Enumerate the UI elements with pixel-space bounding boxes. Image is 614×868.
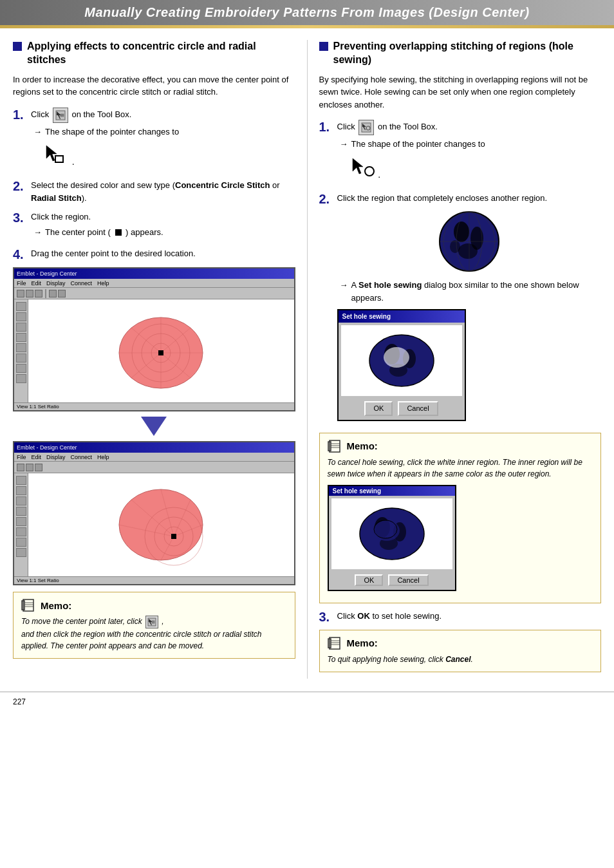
svg-point-46 bbox=[458, 243, 478, 259]
globe-image bbox=[437, 209, 501, 274]
right-step-1-arrow: → The shape of the pointer changes to bbox=[340, 138, 602, 151]
right-step-1-text-after: on the Tool Box. bbox=[378, 122, 438, 132]
left-step-1: 1. Click on the Tool Box. → The shape of… bbox=[13, 108, 295, 173]
sidebar-icon bbox=[16, 507, 26, 516]
memo-book-icon-right-2 bbox=[328, 637, 342, 650]
page-number: 227 bbox=[0, 692, 614, 712]
sidebar-icon bbox=[16, 496, 26, 505]
concentric-text: Concentric Circle Stitch bbox=[175, 180, 270, 190]
svg-point-42 bbox=[365, 167, 374, 176]
toolbar-icon bbox=[49, 290, 57, 297]
screenshot-title-bar-2: Emblet - Design Center bbox=[14, 442, 294, 453]
sidebar-icon bbox=[16, 476, 26, 485]
dialog-buttons-1: OK Cancel bbox=[339, 399, 465, 420]
right-column: Preventing overlapping stitching of regi… bbox=[308, 40, 602, 679]
toolbar-icon bbox=[26, 290, 33, 297]
toolbar-separator bbox=[45, 289, 46, 298]
down-arrow bbox=[13, 417, 295, 436]
screenshot-menu-bar-2: File Edit Display Connect Help bbox=[14, 453, 294, 462]
screenshot-status-1: View 1:1 Set Ratio bbox=[14, 402, 294, 410]
pointer-shape-1: . bbox=[44, 144, 75, 169]
left-step-2-content: Select the desired color and sew type (C… bbox=[31, 179, 295, 204]
screenshot-toolbar-1 bbox=[14, 288, 294, 299]
right-step-1-number: 1. bbox=[319, 120, 333, 133]
screenshot-title-text-1: Emblet - Design Center bbox=[17, 270, 77, 277]
right-memo-box-2: Memo: To quit applying hole sewing, clic… bbox=[319, 630, 602, 672]
right-memo-header-2: Memo: bbox=[328, 637, 593, 650]
svg-point-44 bbox=[454, 222, 469, 242]
sidebar-icon bbox=[16, 312, 26, 321]
toolbar-icon bbox=[35, 464, 42, 471]
left-heading-text: Applying effects to concentric circle an… bbox=[27, 40, 295, 67]
dialog-title-bar-2: Set hole sewing bbox=[329, 486, 455, 496]
sidebar-icon bbox=[16, 486, 26, 495]
screenshot-after: Emblet - Design Center File Edit Display… bbox=[13, 441, 295, 585]
toolbox-icon-memo bbox=[145, 616, 158, 628]
dialog-ok-btn-2[interactable]: OK bbox=[355, 574, 383, 586]
right-step-1-content: Click on the Tool Box. → The shape of th… bbox=[337, 120, 602, 185]
screenshot-status-2: View 1:1 Set Ratio bbox=[14, 576, 294, 584]
left-step-1-number: 1. bbox=[13, 108, 27, 121]
svg-marker-41 bbox=[353, 158, 363, 174]
left-step-3-arrow: → The center point ( ) appears. bbox=[33, 226, 295, 239]
right-memo-title-2: Memo: bbox=[347, 637, 378, 648]
screenshot-title-text-2: Emblet - Design Center bbox=[17, 444, 77, 451]
cancel-text: Cancel bbox=[445, 655, 470, 664]
right-step-3: 3. Click OK to set hole sewing. bbox=[319, 610, 602, 623]
toolbox-icon-right-1 bbox=[358, 120, 374, 135]
screenshot-menu-bar-1: File Edit Display Connect Help bbox=[14, 279, 294, 288]
screenshot-toolbar-2 bbox=[14, 462, 294, 473]
section-square-icon-right bbox=[319, 42, 328, 51]
right-step-2-arrow: → A Set hole sewing dialog box similar t… bbox=[340, 279, 602, 304]
sidebar-icon bbox=[16, 302, 26, 311]
screenshot-body-2 bbox=[14, 473, 294, 576]
memo-book-icon bbox=[21, 599, 35, 612]
right-section-intro: By specifying hole sewing, the stitching… bbox=[319, 73, 602, 111]
section-square-icon bbox=[13, 42, 22, 51]
down-arrow-icon bbox=[141, 417, 167, 436]
dialog-ok-btn-1[interactable]: OK bbox=[364, 401, 393, 416]
center-point-icon bbox=[115, 229, 122, 236]
left-memo-title: Memo: bbox=[41, 600, 71, 611]
pointer-shape-right: . bbox=[350, 157, 381, 182]
dialog-body-2 bbox=[331, 498, 452, 569]
svg-rect-37 bbox=[152, 621, 154, 623]
screenshot-sidebar-1 bbox=[14, 299, 28, 402]
sidebar-icon bbox=[16, 527, 26, 536]
toolbar-icon bbox=[35, 290, 42, 297]
svg-rect-5 bbox=[55, 156, 63, 162]
screenshot-sidebar-2 bbox=[14, 473, 28, 576]
screenshot-canvas-2 bbox=[28, 473, 294, 576]
globe-container bbox=[337, 209, 602, 274]
svg-rect-29 bbox=[171, 534, 176, 539]
dialog-box-2: Set hole sewing bbox=[328, 485, 456, 591]
left-step-2-number: 2. bbox=[13, 179, 27, 193]
left-step-1-arrow-text: The shape of the pointer changes to bbox=[45, 126, 179, 138]
page-header: Manually Creating Embroidery Patterns Fr… bbox=[0, 0, 614, 25]
screenshot-body-1 bbox=[14, 299, 294, 402]
right-step-3-content: Click OK to set hole sewing. bbox=[337, 610, 602, 623]
header-title: Manually Creating Embroidery Patterns Fr… bbox=[84, 5, 530, 19]
sidebar-icon bbox=[16, 517, 26, 526]
toolbox-icon-1 bbox=[53, 108, 68, 123]
main-content: Applying effects to concentric circle an… bbox=[0, 28, 614, 692]
svg-rect-18 bbox=[158, 350, 163, 355]
sidebar-icon bbox=[16, 354, 26, 363]
right-heading-text: Preventing overlapping stitching of regi… bbox=[333, 40, 602, 67]
left-step-3-content: Click the region. → The center point ( )… bbox=[31, 211, 295, 241]
dialog-cancel-btn-2[interactable]: Cancel bbox=[388, 574, 428, 586]
right-step-2-content: Click the region that completely enclose… bbox=[337, 192, 602, 426]
dialog-body-1 bbox=[341, 325, 462, 396]
dialog-cancel-btn-1[interactable]: Cancel bbox=[398, 401, 438, 416]
right-memo-text-1: To cancel hole sewing, click the white i… bbox=[328, 457, 593, 480]
right-memo-title-1: Memo: bbox=[347, 440, 378, 451]
right-section-heading: Preventing overlapping stitching of regi… bbox=[319, 40, 602, 67]
sidebar-icon bbox=[16, 343, 26, 352]
screenshot-title-bar-1: Emblet - Design Center bbox=[14, 269, 294, 279]
toolbar-icon bbox=[17, 464, 24, 471]
sidebar-icon bbox=[16, 374, 26, 383]
ok-text: OK bbox=[357, 611, 370, 621]
sidebar-icon bbox=[16, 538, 26, 547]
dialog-title-bar-1: Set hole sewing bbox=[339, 310, 465, 323]
left-step-2: 2. Select the desired color and sew type… bbox=[13, 179, 295, 204]
